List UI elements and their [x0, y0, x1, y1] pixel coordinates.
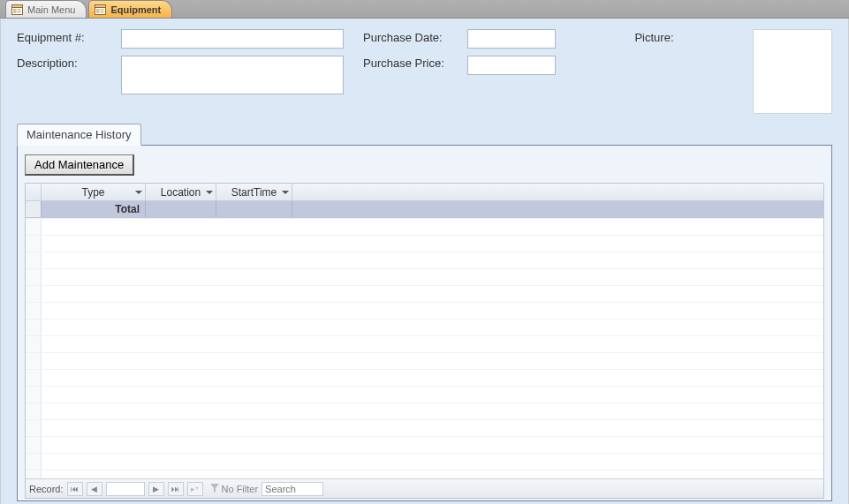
tab-equipment[interactable]: Equipment — [88, 0, 172, 18]
no-filter-label: No Filter — [222, 484, 259, 494]
purchase-price-input[interactable] — [467, 56, 556, 75]
tab-equipment-label: Equipment — [110, 4, 161, 15]
column-header-location-label: Location — [161, 186, 201, 199]
chevron-down-icon — [135, 191, 142, 194]
add-maintenance-label: Add Maintenance — [34, 158, 124, 171]
purchase-date-label: Purchase Date: — [363, 31, 459, 44]
column-header-type[interactable]: Type — [42, 184, 146, 200]
column-header-location[interactable]: Location — [146, 184, 216, 200]
maintenance-subform: Add Maintenance Type Location StartTime — [17, 145, 832, 501]
picture-box[interactable] — [753, 29, 832, 114]
svg-rect-8 — [96, 9, 100, 10]
svg-rect-9 — [96, 11, 100, 12]
record-label: Record: — [29, 484, 64, 494]
svg-rect-11 — [101, 11, 104, 12]
svg-rect-2 — [13, 9, 17, 10]
maintenance-datasheet: Type Location StartTime — [25, 183, 824, 499]
equipment-no-label: Equipment #: — [17, 31, 112, 44]
column-header-starttime-label: StartTime — [231, 186, 277, 199]
document-tab-bar: Main Menu Equipment — [0, 0, 849, 19]
filter-indicator[interactable]: No Filter — [210, 484, 259, 494]
total-row: Total — [26, 201, 823, 218]
nav-prev-button[interactable]: ◀ — [87, 482, 102, 496]
select-all-cell[interactable] — [26, 184, 42, 200]
svg-rect-5 — [18, 11, 21, 12]
equipment-no-input[interactable] — [121, 29, 344, 49]
svg-rect-1 — [12, 4, 23, 7]
nav-first-button[interactable]: ⏮ — [67, 482, 83, 496]
tab-main-menu[interactable]: Main Menu — [5, 0, 87, 18]
tab-maintenance-history-label: Maintenance History — [27, 128, 132, 141]
purchase-date-input[interactable] — [467, 29, 556, 49]
column-header-starttime[interactable]: StartTime — [216, 184, 292, 200]
description-input[interactable] — [121, 56, 344, 94]
tab-maintenance-history[interactable]: Maintenance History — [17, 124, 141, 146]
svg-rect-4 — [18, 9, 21, 10]
nav-next-button[interactable]: ▶ — [148, 482, 164, 496]
picture-label: Picture: — [634, 31, 673, 44]
column-header-type-label: Type — [81, 186, 104, 199]
svg-rect-7 — [95, 4, 106, 7]
chevron-down-icon — [206, 191, 213, 194]
nav-last-button[interactable]: ⏭ — [168, 482, 184, 496]
total-label: Total — [42, 201, 146, 217]
funnel-icon — [210, 484, 219, 494]
datasheet-header: Type Location StartTime — [26, 184, 823, 201]
nav-new-button[interactable]: ▸* — [187, 482, 203, 496]
datasheet-body[interactable]: Total — [26, 201, 823, 478]
tab-main-menu-label: Main Menu — [27, 4, 75, 15]
svg-rect-10 — [101, 9, 104, 10]
form-icon — [11, 4, 23, 15]
form-icon — [95, 4, 106, 15]
search-input[interactable] — [262, 482, 323, 496]
purchase-price-label: Purchase Price: — [363, 56, 459, 70]
record-number-input[interactable] — [106, 482, 145, 496]
form-header: Equipment #: Description: Purchase Date:… — [0, 19, 849, 504]
description-label: Description: — [17, 56, 112, 70]
chevron-down-icon — [282, 191, 289, 194]
svg-rect-3 — [13, 11, 17, 12]
add-maintenance-button[interactable]: Add Maintenance — [25, 154, 134, 176]
record-navigator: Record: ⏮ ◀ ▶ ⏭ ▸* No Filter — [26, 478, 823, 498]
